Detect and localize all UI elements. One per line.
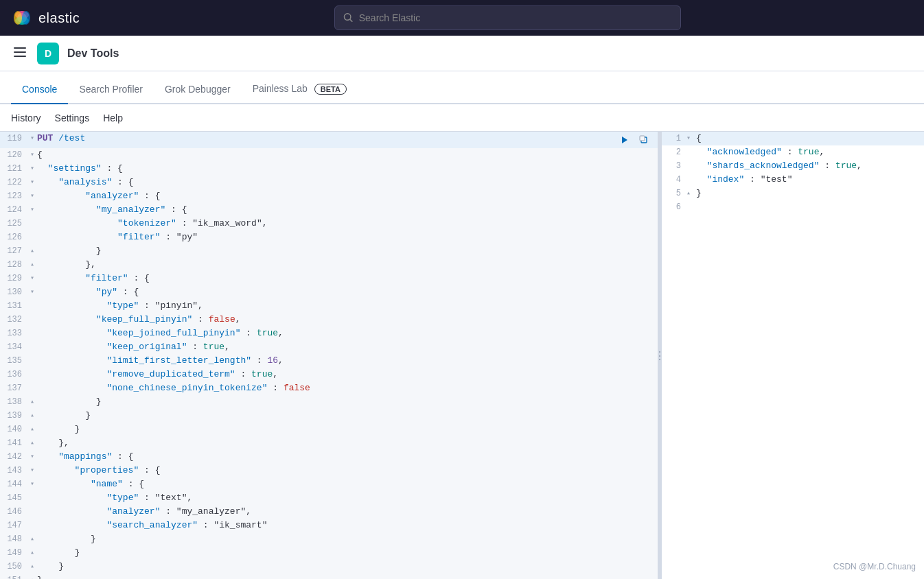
line-gutter[interactable]: ▴ [27, 574, 37, 579]
line-content: } [37, 409, 658, 423]
run-button[interactable] [616, 132, 633, 148]
editor-line-143: 143▾ "properties" : { [0, 464, 658, 477]
line-content: } [37, 532, 658, 546]
line-content: "name" : { [37, 477, 658, 491]
line-gutter[interactable]: ▾ [27, 162, 37, 176]
line-gutter[interactable]: ▾ [27, 464, 37, 477]
line-number: 148 [0, 532, 27, 546]
line-gutter[interactable]: ▴ [27, 423, 37, 436]
line-number: 127 [0, 244, 27, 258]
output-line-4: 4 "index" : "test" [662, 173, 924, 187]
line-gutter[interactable]: ▾ [27, 272, 37, 285]
line-content: "remove_duplicated_term" : true, [37, 368, 658, 381]
line-content: "properties" : { [37, 464, 658, 477]
editor-line-141: 141▴ }, [0, 436, 658, 450]
editor-line-151: 151▴} [0, 574, 658, 579]
line-number: 135 [0, 354, 27, 368]
tab-console[interactable]: Console [11, 75, 68, 104]
line-content: "none_chinese_pinyin_tokenize" : false [37, 381, 658, 395]
line-content: "tokenizer" : "ik_max_word", [37, 217, 658, 231]
line-content: PUT /test [37, 132, 616, 145]
line-gutter[interactable]: ▴ [27, 560, 37, 574]
help-button[interactable]: Help [103, 113, 123, 123]
watermark: CSDN @Mr.D.Chuang [833, 560, 916, 574]
editor-line-132: 132 "keep_full_pinyin" : false, [0, 313, 658, 327]
line-gutter[interactable]: ▾ [27, 285, 37, 299]
copy-button[interactable] [636, 132, 652, 148]
svg-rect-7 [14, 47, 26, 49]
output-line-1: 1▾{ [662, 132, 924, 145]
hamburger-menu[interactable] [11, 43, 29, 63]
line-number: 143 [0, 464, 27, 477]
tab-painless-lab[interactable]: Painless Lab BETA [242, 75, 358, 104]
line-gutter[interactable]: ▴ [27, 436, 37, 450]
line-gutter[interactable]: ▾ [27, 203, 37, 217]
output-line-number: 3 [662, 159, 686, 173]
editor-line-135: 135 "limit_first_letter_length" : 16, [0, 354, 658, 368]
output-line-gutter[interactable] [686, 145, 696, 159]
line-number: 147 [0, 519, 27, 532]
editor-line-149: 149▴ } [0, 546, 658, 560]
tab-search-profiler[interactable]: Search Profiler [68, 75, 154, 104]
line-gutter[interactable]: ▾ [27, 450, 37, 464]
output-line-content: { [696, 132, 924, 145]
svg-point-5 [344, 14, 351, 21]
line-number: 119 [0, 132, 27, 145]
line-content: } [37, 560, 658, 574]
line-gutter[interactable]: ▴ [27, 546, 37, 560]
global-search-bar[interactable] [334, 5, 681, 30]
line-gutter[interactable]: ▾ [27, 477, 37, 491]
output-line-number: 6 [662, 200, 686, 214]
line-number: 134 [0, 340, 27, 354]
line-gutter[interactable]: ▴ [27, 532, 37, 546]
app-header: D Dev Tools [0, 36, 924, 71]
output-line-gutter[interactable] [686, 159, 696, 173]
output-panel: 1▾{2 "acknowledged" : true,3 "shards_ack… [662, 132, 924, 579]
line-gutter[interactable]: ▾ [27, 148, 37, 162]
output-line-gutter[interactable]: ▾ [686, 132, 696, 145]
line-gutter[interactable]: ▴ [27, 409, 37, 423]
line-content: "my_analyzer" : { [37, 203, 658, 217]
editor-line-127: 127▴ } [0, 244, 658, 258]
settings-button[interactable]: Settings [55, 113, 90, 123]
tab-grok-debugger[interactable]: Grok Debugger [154, 75, 242, 104]
line-content: "keep_full_pinyin" : false, [37, 313, 658, 327]
line-number: 132 [0, 313, 27, 327]
line-gutter[interactable]: ▴ [27, 244, 37, 258]
line-content: "filter" : "py" [37, 231, 658, 244]
line-gutter[interactable]: ▴ [27, 258, 37, 272]
history-button[interactable]: History [11, 113, 41, 123]
editor-line-133: 133 "keep_joined_full_pinyin" : true, [0, 327, 658, 340]
svg-point-4 [17, 13, 27, 23]
line-content: "keep_original" : true, [37, 340, 658, 354]
line-content: "settings" : { [37, 162, 658, 176]
line-number: 139 [0, 409, 27, 423]
output-line-gutter[interactable] [686, 200, 696, 214]
line-content: } [37, 244, 658, 258]
output-line-gutter[interactable] [686, 173, 696, 187]
editor-line-142: 142▾ "mappings" : { [0, 450, 658, 464]
editor-line-147: 147 "search_analyzer" : "ik_smart" [0, 519, 658, 532]
line-content: } [37, 423, 658, 436]
line-number: 140 [0, 423, 27, 436]
output-line-content [696, 200, 924, 214]
search-input[interactable] [359, 12, 672, 23]
output-line-content: "acknowledged" : true, [696, 145, 924, 159]
line-gutter[interactable]: ▾ [27, 176, 37, 189]
line-gutter[interactable]: ▾ [27, 189, 37, 203]
line-content: "type" : "text", [37, 491, 658, 505]
line-gutter[interactable]: ▴ [27, 395, 37, 409]
line-number: 121 [0, 162, 27, 176]
svg-rect-12 [640, 136, 645, 141]
editor-line-120: 120▾{ [0, 148, 658, 162]
line-gutter[interactable]: ▾ [27, 132, 37, 145]
output-line-number: 2 [662, 145, 686, 159]
editor-line-121: 121▾ "settings" : { [0, 162, 658, 176]
code-editor[interactable]: 119▾PUT /test120▾{121▾ "settings" : {122… [0, 132, 658, 579]
editor-line-123: 123▾ "analyzer" : { [0, 189, 658, 203]
output-line-gutter[interactable]: ▴ [686, 187, 696, 200]
editor-line-131: 131 "type" : "pinyin", [0, 299, 658, 313]
line-content: "mappings" : { [37, 450, 658, 464]
output-line-2: 2 "acknowledged" : true, [662, 145, 924, 159]
line-content: { [37, 148, 658, 162]
